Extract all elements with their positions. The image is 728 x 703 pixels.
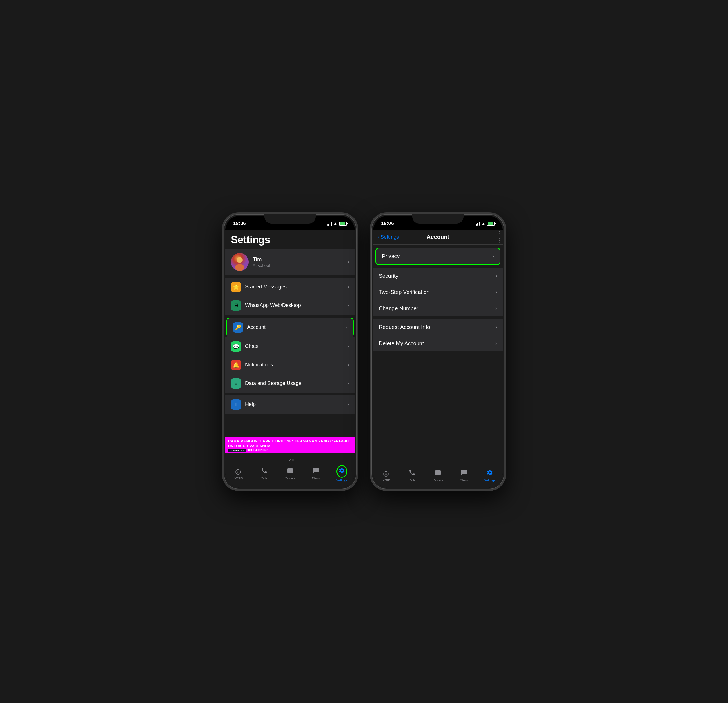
account-highlight-border: 🔑 Account ›: [226, 318, 354, 337]
account-header: ‹ Settings Account TEKNOLLAR.CO.ID: [373, 230, 503, 244]
data-storage-row[interactable]: ↕ Data and Storage Usage ›: [225, 375, 355, 393]
tab-calls-2[interactable]: Calls: [399, 469, 425, 482]
settings-tab-icon-2: [486, 469, 493, 478]
battery-icon-2: [487, 221, 495, 226]
camera-tab-label-2: Camera: [432, 479, 443, 482]
chats-tab-icon: [312, 467, 319, 476]
chevron: ›: [348, 284, 349, 290]
data-storage-icon: ↕: [231, 378, 241, 389]
request-info-chevron: ›: [495, 324, 497, 330]
back-button[interactable]: ‹ Settings: [378, 234, 399, 240]
camera-tab-icon: [287, 467, 293, 476]
profile-info: Tim At school: [253, 256, 344, 268]
data-storage-label: Data and Storage Usage: [245, 380, 344, 386]
chats-tab-label-2: Chats: [460, 479, 468, 482]
signal-icon: [327, 221, 332, 226]
chevron: ›: [348, 401, 349, 407]
chats-row[interactable]: 💬 Chats ›: [225, 337, 355, 356]
tab-settings-2[interactable]: Settings: [477, 469, 503, 482]
tab-chats-2[interactable]: Chats: [451, 469, 477, 482]
tab-status[interactable]: ◎ Status: [225, 467, 251, 480]
svg-point-1: [237, 257, 243, 263]
status-tab-label-2: Status: [381, 478, 390, 482]
request-info-row[interactable]: Request Account Info ›: [373, 319, 503, 336]
tab-chats[interactable]: Chats: [303, 467, 329, 480]
chats-label: Chats: [245, 343, 344, 349]
chats-icon: 💬: [231, 341, 241, 352]
notifications-row[interactable]: 🔔 Notifications ›: [225, 356, 355, 375]
battery-icon: [339, 221, 347, 226]
privacy-label: Privacy: [382, 253, 492, 259]
profile-status: At school: [253, 263, 344, 268]
tab-camera-2[interactable]: Camera: [425, 469, 451, 482]
tab-camera[interactable]: Camera: [277, 467, 303, 480]
account-row[interactable]: 🔑 Account ›: [227, 318, 353, 337]
settings-section-1: ⭐ Starred Messages › 🖥 WhatsApp Web/Desk…: [225, 278, 355, 315]
starred-messages-label: Starred Messages: [245, 284, 344, 290]
status-icons-1: ▲: [327, 221, 347, 226]
whatsapp-web-row[interactable]: 🖥 WhatsApp Web/Desktop ›: [225, 297, 355, 315]
change-number-row[interactable]: Change Number ›: [373, 301, 503, 316]
phone-1: 18:06 ▲ Settings: [222, 212, 358, 491]
screen-1: 18:06 ▲ Settings: [225, 216, 355, 487]
avatar: [231, 253, 248, 271]
status-tab-icon-2: ◎: [383, 469, 389, 477]
calls-tab-label: Calls: [261, 477, 267, 480]
back-chevron: ‹: [378, 234, 379, 240]
spacer: [373, 352, 503, 467]
account-title: Account: [426, 234, 449, 240]
starred-messages-row[interactable]: ⭐ Starred Messages ›: [225, 278, 355, 297]
change-number-chevron: ›: [495, 305, 497, 311]
account-label: Account: [247, 324, 342, 330]
watermark: TEKNOLLAR.CO.ID: [498, 230, 501, 244]
privacy-highlight-border: Privacy ›: [376, 247, 501, 265]
banner-overlay: CARA MENGUNCI APP DI IPHONE: KEAMANAN YA…: [225, 437, 355, 453]
settings-section-3: i Help ›: [225, 395, 355, 414]
account-icon: 🔑: [233, 323, 243, 333]
chevron: ›: [348, 302, 349, 308]
settings-title: Settings: [231, 234, 349, 246]
tab-calls[interactable]: Calls: [251, 467, 277, 480]
status-tab-icon: ◎: [235, 467, 241, 475]
account-section-1: Security › Two-Step Verification › Chang…: [373, 268, 503, 316]
tab-settings-1[interactable]: Settings: [329, 465, 355, 482]
two-step-label: Two-Step Verification: [379, 289, 495, 295]
chats-tab-icon-2: [461, 469, 467, 478]
calls-tab-icon-2: [409, 469, 416, 478]
profile-row[interactable]: Tim At school ›: [225, 249, 355, 275]
notch-2: [412, 214, 464, 224]
security-row[interactable]: Security ›: [373, 268, 503, 284]
tab-bar-2: ◎ Status Calls: [373, 467, 503, 487]
security-label: Security: [379, 273, 495, 279]
settings-screen: Settings: [225, 230, 355, 487]
starred-messages-icon: ⭐: [231, 282, 241, 292]
settings-highlight-circle: [337, 465, 347, 478]
chevron: ›: [348, 343, 349, 349]
back-label: Settings: [380, 234, 399, 240]
status-icons-2: ▲: [475, 221, 495, 226]
two-step-row[interactable]: Two-Step Verification ›: [373, 284, 503, 301]
account-screen: ‹ Settings Account TEKNOLLAR.CO.ID Priva…: [373, 230, 503, 487]
whatsapp-web-label: WhatsApp Web/Desktop: [245, 302, 344, 308]
svg-point-2: [235, 264, 244, 271]
phone-2: 18:06 ▲ ‹ Settings Account TEKNOLLAR: [370, 212, 506, 491]
signal-icon-2: [475, 221, 480, 226]
tab-bar-1: ◎ Status Calls: [225, 463, 355, 487]
tab-status-2[interactable]: ◎ Status: [373, 469, 399, 482]
notch-1: [264, 214, 316, 224]
settings-tab-icon: [338, 468, 345, 475]
help-row[interactable]: i Help ›: [225, 395, 355, 414]
request-info-label: Request Account Info: [379, 324, 495, 330]
settings-tab-label-2: Settings: [484, 479, 495, 482]
chevron: ›: [345, 324, 347, 330]
privacy-row[interactable]: Privacy ›: [376, 248, 500, 264]
two-step-chevron: ›: [495, 289, 497, 295]
whatsapp-web-icon: 🖥: [231, 301, 241, 311]
from-label: from: [225, 456, 355, 463]
banner-main-text: CARA MENGUNCI APP DI IPHONE: KEAMANAN YA…: [228, 439, 352, 448]
notifications-icon: 🔔: [231, 360, 241, 370]
settings-title-area: Settings: [225, 230, 355, 249]
status-time-2: 18:06: [381, 221, 394, 226]
help-icon: i: [231, 399, 241, 410]
delete-account-row[interactable]: Delete My Account ›: [373, 336, 503, 352]
